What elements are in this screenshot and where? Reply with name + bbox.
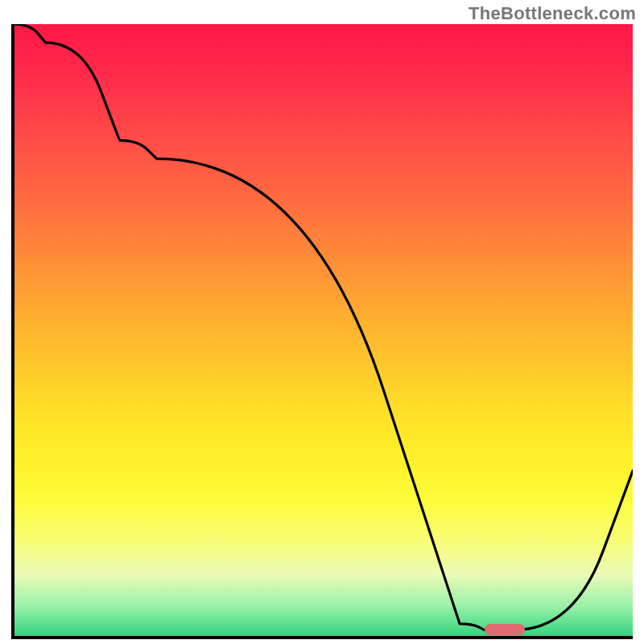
bottleneck-curve [14,24,633,636]
chart-container: TheBottleneck.com [0,0,644,644]
watermark-text: TheBottleneck.com [469,3,636,24]
curve-path [14,24,633,630]
optimal-marker [485,624,525,635]
